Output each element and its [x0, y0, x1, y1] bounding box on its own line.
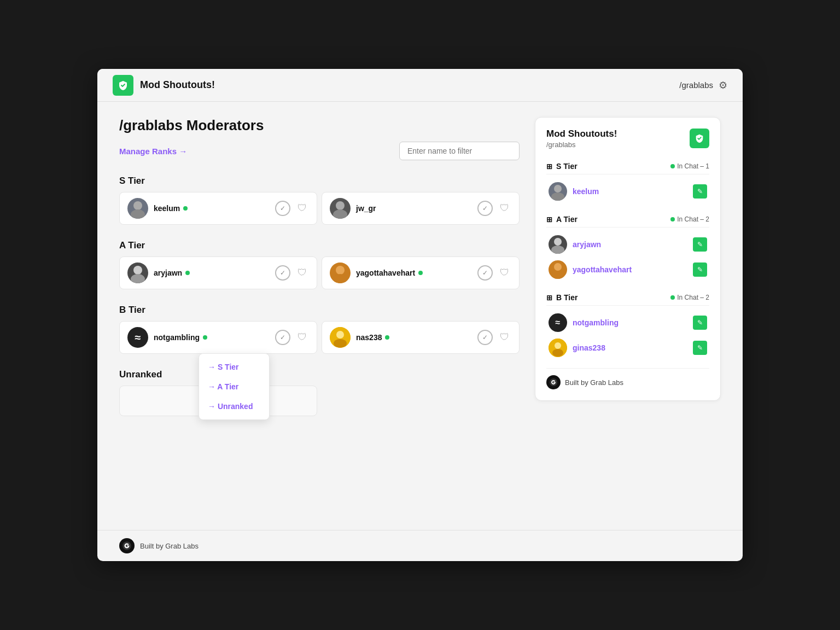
- online-dot-notgambling: [203, 335, 207, 340]
- mod-actions-notgambling: ✓ 🛡: [275, 330, 309, 345]
- online-dot-keelum: [183, 206, 188, 211]
- main-window: Mod Shoutouts! /grablabs ⚙ /grablabs Mod…: [97, 69, 743, 561]
- shield-icon-aryjawn[interactable]: 🛡: [295, 266, 309, 280]
- side-a-tier: ⊞ A Tier In Chat – 2 aryjawn ✎: [546, 212, 709, 282]
- mod-actions-keelum: ✓ 🛡: [275, 201, 309, 216]
- left-panel: /grablabs Moderators Manage Ranks → S Ti…: [119, 117, 520, 515]
- s-tier-dot: [670, 164, 675, 168]
- shield-icon-nas238[interactable]: 🛡: [497, 330, 511, 345]
- side-card-header: Mod Shoutouts! /grablabs: [546, 129, 709, 149]
- footer: Built by Grab Labs: [97, 530, 743, 561]
- b-tier-in-chat-label: In Chat – 2: [677, 294, 709, 301]
- svg-point-15: [554, 263, 562, 271]
- grab-labs-logo: [546, 375, 561, 389]
- avatar-yagotta: [330, 262, 351, 283]
- side-a-tier-label: ⊞ A Tier: [546, 215, 578, 224]
- side-mod-ginas238: ginas238 ✎: [546, 335, 709, 360]
- side-s-tier-label: ⊞ S Tier: [546, 162, 578, 171]
- svg-point-2: [336, 201, 345, 210]
- verify-icon-notgambling[interactable]: ✓: [275, 330, 290, 345]
- s-tier-label: S Tier: [119, 176, 520, 186]
- mod-name-wrap-keelum: keelum: [154, 204, 270, 213]
- mod-actions-nas238: ✓ 🛡: [477, 330, 511, 345]
- shield-icon-notgambling[interactable]: 🛡: [295, 330, 309, 345]
- side-s-tier-icon: ⊞: [546, 162, 552, 171]
- edit-icon-aryjawn[interactable]: ✎: [693, 237, 707, 252]
- mod-actions-yagotta: ✓ 🛡: [477, 265, 511, 281]
- verify-icon-keelum[interactable]: ✓: [275, 201, 290, 216]
- side-name-aryjawn[interactable]: aryjawn: [573, 240, 687, 249]
- svg-point-7: [333, 274, 347, 283]
- b-tier-dot: [670, 295, 675, 300]
- mod-name-wrap-nas238: nas238: [356, 333, 472, 342]
- a-tier-section: A Tier aryjawn ✓ 🛡: [119, 240, 520, 289]
- verify-icon-aryjawn[interactable]: ✓: [275, 265, 290, 281]
- avatar-nas238: [330, 327, 351, 348]
- a-tier-in-chat-label: In Chat – 2: [677, 215, 709, 223]
- a-tier-grid: aryjawn ✓ 🛡 yago: [119, 256, 520, 289]
- dropdown-item-a-tier[interactable]: → A Tier: [199, 377, 269, 396]
- s-tier-section: S Tier keelum ✓ 🛡: [119, 176, 520, 225]
- a-tier-in-chat: In Chat – 2: [670, 215, 709, 223]
- gear-icon[interactable]: ⚙: [719, 79, 727, 91]
- online-dot-yagotta: [418, 271, 423, 275]
- built-by-text: Built by Grab Labs: [565, 378, 623, 387]
- edit-icon-ginas238[interactable]: ✎: [693, 341, 707, 355]
- side-name-ginas238[interactable]: ginas238: [573, 343, 687, 352]
- edit-icon-notgambling[interactable]: ✎: [693, 316, 707, 330]
- mod-card-aryjawn: aryjawn ✓ 🛡: [119, 256, 317, 289]
- b-tier-label: B Tier: [119, 305, 520, 316]
- side-mod-notgambling: ≈ notgambling ✎: [546, 310, 709, 335]
- verify-icon-nas238[interactable]: ✓: [477, 330, 493, 345]
- a-tier-label: A Tier: [119, 240, 520, 251]
- b-tier-grid: ≈ notgambling ✓ 🛡 → S Tier: [119, 321, 520, 354]
- svg-point-6: [336, 266, 345, 275]
- s-tier-in-chat-label: In Chat – 1: [677, 162, 709, 170]
- b-tier-section: B Tier ≈ notgambling ✓ 🛡: [119, 305, 520, 354]
- side-name-notgambling[interactable]: notgambling: [573, 318, 687, 327]
- svg-point-3: [333, 209, 347, 219]
- shield-icon-jwgr[interactable]: 🛡: [497, 201, 511, 215]
- side-a-tier-header: ⊞ A Tier In Chat – 2: [546, 212, 709, 228]
- side-mod-aryjawn: aryjawn ✎: [546, 232, 709, 257]
- side-a-tier-icon: ⊞: [546, 215, 552, 224]
- side-b-tier: ⊞ B Tier In Chat – 2 ≈ notgambling: [546, 290, 709, 360]
- verify-icon-jwgr[interactable]: ✓: [477, 201, 493, 216]
- mod-name-wrap-yagotta: yagottahavehart: [356, 269, 472, 277]
- manage-ranks-link[interactable]: Manage Ranks →: [119, 147, 187, 156]
- verify-icon-yagotta[interactable]: ✓: [477, 265, 493, 281]
- side-name-yagotta[interactable]: yagottahavehart: [573, 265, 687, 274]
- footer-logo: [119, 538, 135, 553]
- edit-icon-yagotta[interactable]: ✎: [693, 262, 707, 277]
- mod-name-yagotta: yagottahavehart: [356, 269, 415, 277]
- mod-actions-jwgr: ✓ 🛡: [477, 201, 511, 216]
- svg-point-10: [334, 339, 347, 348]
- edit-icon-keelum[interactable]: ✎: [693, 184, 707, 199]
- filter-input[interactable]: [399, 142, 520, 160]
- shield-icon-yagotta[interactable]: 🛡: [497, 266, 511, 280]
- page-title: /grablabs Moderators: [119, 117, 520, 134]
- dropdown-item-unranked[interactable]: → Unranked: [199, 396, 269, 416]
- svg-point-9: [336, 331, 344, 339]
- side-b-tier-label: ⊞ B Tier: [546, 293, 578, 302]
- mod-name-nas238: nas238: [356, 333, 382, 342]
- logo-shield-icon: [113, 75, 133, 96]
- mod-card-keelum: keelum ✓ 🛡: [119, 192, 317, 225]
- side-name-keelum[interactable]: keelum: [573, 187, 687, 196]
- top-controls: Manage Ranks →: [119, 142, 520, 160]
- s-tier-in-chat: In Chat – 1: [670, 162, 709, 170]
- unranked-label: Unranked: [119, 369, 520, 380]
- header-right: /grablabs ⚙: [679, 79, 727, 91]
- svg-point-16: [551, 271, 564, 279]
- svg-point-5: [131, 274, 145, 283]
- main-content: /grablabs Moderators Manage Ranks → S Ti…: [97, 102, 743, 530]
- side-mod-yagotta: yagottahavehart ✎: [546, 257, 709, 282]
- shield-icon-keelum[interactable]: 🛡: [295, 201, 309, 215]
- mod-name-notgambling: notgambling: [154, 333, 200, 342]
- avatar-aryjawn: [127, 262, 148, 283]
- dropdown-item-s-tier[interactable]: → S Tier: [199, 357, 269, 377]
- side-shield-icon: [690, 129, 709, 148]
- channel-label: /grablabs: [679, 80, 713, 90]
- svg-point-14: [551, 246, 564, 254]
- avatar-keelum: [127, 198, 148, 219]
